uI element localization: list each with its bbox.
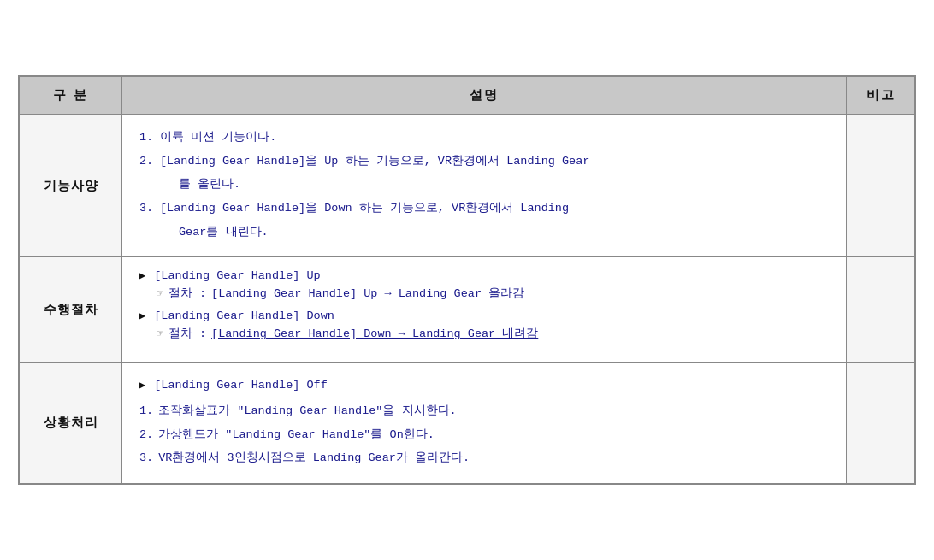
situation-num: 1. (139, 400, 153, 422)
situation-bullet: ▶ [Landing Gear Handle] Off (139, 374, 829, 397)
triangle-icon: ▶ (139, 269, 145, 282)
situation-item-3: 3. VR환경에서 3인칭시점으로 Landing Gear가 올라간다. (139, 447, 829, 469)
label-suhaengjeolcha: 수행절차 (20, 257, 122, 363)
suhaengjeolcha-list: ▶ [Landing Gear Handle] Up ☞ 절차 : [Landi… (139, 269, 829, 341)
content-sanghwangchori: ▶ [Landing Gear Handle] Off 1. 조작화살표가 "L… (122, 363, 847, 484)
bigo-sanghwangchori (847, 363, 915, 484)
situation-bullet-text: [Landing Gear Handle] Off (154, 374, 328, 397)
label-gineungsayang: 기능사양 (20, 115, 122, 257)
list-item-indent: Gear를 내린다. (158, 221, 829, 244)
procedure-bullet-2: ▶ [Landing Gear Handle] Down (139, 309, 829, 322)
header-gubun: 구 분 (20, 77, 122, 115)
content-suhaengjeolcha: ▶ [Landing Gear Handle] Up ☞ 절차 : [Landi… (122, 257, 847, 363)
table-header: 구 분 설명 비고 (20, 77, 915, 115)
bigo-gineungsayang (847, 115, 915, 257)
row-sanghwangchori: 상황처리 ▶ [Landing Gear Handle] Off 1. 조작화살… (20, 363, 915, 484)
procedure-text: [Landing Gear Handle] Up (154, 269, 320, 282)
content-gineungsayang: 1. 이륙 미션 기능이다. 2. [Landing Gear Handle]을… (122, 115, 847, 257)
situation-num: 3. (139, 447, 153, 469)
header-bigo: 비고 (847, 77, 915, 115)
list-item: 3. [Landing Gear Handle]을 Down 하는 기능으로, … (139, 197, 829, 220)
finger-icon: ☞ (157, 286, 163, 300)
procedure-sub-1: ☞ 절차 : [Landing Gear Handle] Up → Landin… (157, 286, 829, 301)
sanghwangchori-list: ▶ [Landing Gear Handle] Off 1. 조작화살표가 "L… (139, 374, 829, 469)
procedure-sub-link[interactable]: [Landing Gear Handle] Down → Landing Gea… (211, 326, 538, 341)
situation-text: VR환경에서 3인칭시점으로 Landing Gear가 올라간다. (158, 447, 470, 469)
situation-item-1: 1. 조작화살표가 "Landing Gear Handle"을 지시한다. (139, 400, 829, 422)
list-item: 1. 이륙 미션 기능이다. (139, 127, 829, 149)
gineungsayang-list: 1. 이륙 미션 기능이다. 2. [Landing Gear Handle]을… (139, 127, 829, 243)
label-sanghwangchori: 상황처리 (20, 363, 122, 484)
procedure-text: [Landing Gear Handle] Down (154, 309, 334, 322)
situation-num: 2. (139, 424, 153, 446)
row-suhaengjeolcha: 수행절차 ▶ [Landing Gear Handle] Up ☞ 절차 : [… (20, 257, 915, 363)
header-seolmyeong: 설명 (122, 77, 847, 115)
list-item-indent: 를 올린다. (158, 174, 829, 196)
situation-item-2: 2. 가상핸드가 "Landing Gear Handle"를 On한다. (139, 424, 829, 446)
procedure-sub-link[interactable]: [Landing Gear Handle] Up → Landing Gear … (211, 286, 524, 301)
bigo-suhaengjeolcha (847, 257, 915, 363)
situation-text: 조작화살표가 "Landing Gear Handle"을 지시한다. (158, 400, 456, 422)
procedure-sub-label: 절차 : (168, 286, 206, 301)
procedure-sub-2: ☞ 절차 : [Landing Gear Handle] Down → Land… (157, 326, 829, 341)
triangle-icon: ▶ (139, 309, 145, 322)
list-item: 2. [Landing Gear Handle]을 Up 하는 기능으로, VR… (139, 150, 829, 173)
row-gineungsayang: 기능사양 1. 이륙 미션 기능이다. 2. [Landing Gear Han… (20, 115, 915, 257)
triangle-icon: ▶ (139, 376, 145, 396)
procedure-sub-label: 절차 : (168, 326, 206, 341)
procedure-bullet-1: ▶ [Landing Gear Handle] Up (139, 269, 829, 282)
situation-text: 가상핸드가 "Landing Gear Handle"를 On한다. (158, 424, 434, 446)
finger-icon: ☞ (157, 327, 163, 340)
